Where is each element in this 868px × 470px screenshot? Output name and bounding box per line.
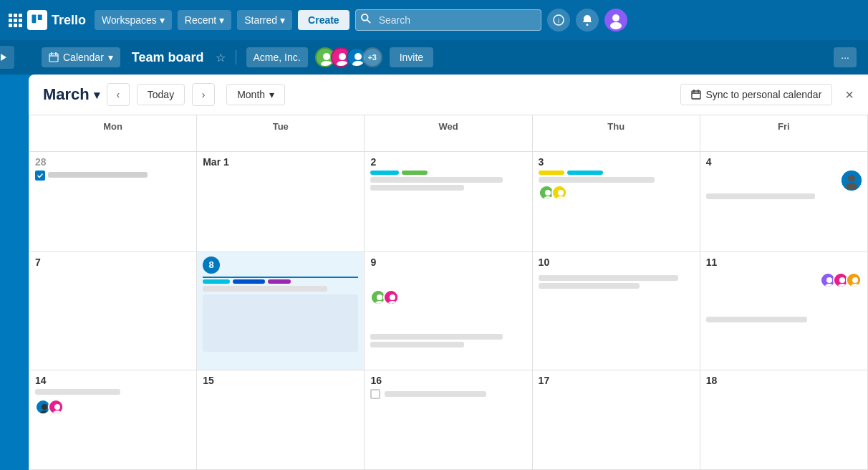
- today-button[interactable]: Today: [137, 84, 185, 105]
- workspaces-button[interactable]: Workspaces ▾: [95, 10, 172, 30]
- svg-point-29: [545, 190, 551, 196]
- svg-point-2: [362, 14, 368, 21]
- card-avatars: [539, 185, 694, 201]
- day-header-tue: Tue: [197, 115, 365, 152]
- day-cell-17[interactable]: 17: [533, 370, 700, 470]
- day-number: 4: [706, 156, 862, 168]
- month-title[interactable]: March ▾: [43, 85, 100, 104]
- member-avatars-group: +3: [315, 47, 382, 67]
- card-item[interactable]: [370, 389, 526, 399]
- day-cell-7[interactable]: 7: [29, 252, 197, 370]
- star-button[interactable]: ☆: [216, 51, 226, 64]
- notification-button[interactable]: [576, 9, 599, 32]
- day-number: 10: [539, 256, 694, 268]
- label-bars: [370, 171, 526, 175]
- svg-point-47: [839, 277, 845, 283]
- chevron-down-icon: ▾: [269, 89, 274, 100]
- svg-point-44: [826, 277, 832, 283]
- card-avatars: [706, 272, 862, 288]
- create-button[interactable]: Create: [298, 10, 349, 30]
- sidebar-toggle[interactable]: [0, 46, 14, 69]
- svg-rect-1: [38, 15, 42, 21]
- day-number: 8: [203, 256, 358, 274]
- calendar-panel: March ▾ ‹ Today › Month ▾ Sync to person…: [29, 75, 868, 470]
- avatar: [383, 289, 399, 305]
- day-cell-15[interactable]: 15: [197, 370, 365, 470]
- day-number: 3: [539, 156, 694, 168]
- avatar: [48, 399, 64, 415]
- day-number: 18: [706, 375, 862, 386]
- day-cell-14[interactable]: 14: [29, 370, 197, 470]
- calendar-view-button[interactable]: Calendar ▾: [42, 47, 120, 67]
- avatar: [842, 171, 862, 191]
- day-header-thu: Thu: [533, 115, 700, 152]
- day-cell-16[interactable]: 16: [365, 370, 532, 470]
- next-month-button[interactable]: ›: [192, 83, 215, 106]
- day-cell-mar1[interactable]: Mar 1: [197, 152, 365, 251]
- user-avatar[interactable]: [604, 9, 627, 32]
- card-avatars: [35, 399, 191, 415]
- day-cell-28[interactable]: 28: [29, 152, 197, 251]
- day-number: 16: [370, 375, 526, 386]
- recent-button[interactable]: Recent ▾: [178, 10, 231, 30]
- trello-logo[interactable]: Trello: [27, 10, 86, 30]
- card-item[interactable]: [35, 171, 191, 181]
- top-navigation: Trello Workspaces ▾ Recent ▾ Starred ▾ C…: [0, 0, 868, 40]
- day-cell-9[interactable]: 9: [365, 252, 532, 370]
- prev-month-button[interactable]: ‹: [107, 83, 130, 106]
- day-cell-11[interactable]: 11: [700, 252, 868, 370]
- day-number: 2: [370, 156, 526, 168]
- checkbox-icon: [35, 171, 45, 181]
- day-number: 7: [35, 256, 191, 268]
- sub-navigation: Calendar ▾ Team board ☆ Acme, Inc. +3 In…: [0, 40, 868, 75]
- today-number: 8: [203, 256, 220, 274]
- sync-calendar-button[interactable]: Sync to personal calendar: [680, 84, 832, 105]
- day-cell-8[interactable]: 8: [197, 252, 365, 370]
- workspace-button[interactable]: Acme, Inc.: [246, 47, 308, 67]
- avatar: [846, 272, 862, 288]
- avatar: [551, 185, 567, 201]
- day-number: Mar 1: [203, 156, 358, 168]
- svg-marker-10: [1, 54, 6, 61]
- info-button[interactable]: i: [547, 9, 570, 32]
- svg-point-19: [339, 53, 346, 60]
- checkbox-empty-icon: [370, 389, 380, 399]
- svg-point-36: [846, 183, 857, 190]
- label-bars: [203, 279, 358, 284]
- chevron-down-icon: ▾: [280, 14, 285, 26]
- svg-point-22: [355, 53, 362, 60]
- day-cell-2[interactable]: 2: [365, 152, 532, 251]
- day-number: 9: [370, 256, 526, 268]
- more-options-button[interactable]: ···: [834, 47, 857, 67]
- svg-rect-0: [32, 15, 37, 24]
- extra-members-count[interactable]: +3: [362, 47, 382, 67]
- starred-button[interactable]: Starred ▾: [237, 10, 292, 30]
- svg-point-16: [323, 53, 330, 60]
- day-cell-3[interactable]: 3: [533, 152, 700, 251]
- chevron-down-icon: ▾: [160, 14, 165, 26]
- calendar-grid: Mon Tue Wed Thu Fri 28 Mar 1: [29, 115, 868, 470]
- day-cell-10[interactable]: 10: [533, 252, 700, 370]
- invite-button[interactable]: Invite: [390, 47, 433, 67]
- grid-menu-icon[interactable]: [9, 14, 21, 27]
- search-container: [355, 9, 541, 31]
- svg-point-32: [558, 190, 564, 196]
- logo-text: Trello: [52, 13, 86, 28]
- calendar-area: March ▾ ‹ Today › Month ▾ Sync to person…: [0, 75, 868, 470]
- day-cell-4[interactable]: 4: [700, 152, 868, 251]
- svg-line-3: [367, 20, 370, 23]
- svg-text:i: i: [558, 17, 559, 24]
- label-bars: [539, 171, 694, 175]
- card-block[interactable]: [203, 294, 358, 352]
- divider: [236, 50, 236, 64]
- svg-point-41: [390, 294, 395, 300]
- chevron-down-icon: ▾: [219, 14, 224, 26]
- day-cell-18[interactable]: 18: [700, 370, 868, 470]
- svg-point-35: [848, 175, 855, 182]
- trello-icon: [27, 10, 47, 30]
- view-selector-button[interactable]: Month ▾: [226, 84, 285, 105]
- day-header-fri: Fri: [700, 115, 868, 152]
- search-input[interactable]: [355, 9, 541, 31]
- svg-point-53: [42, 404, 47, 410]
- close-calendar-button[interactable]: ×: [845, 87, 854, 103]
